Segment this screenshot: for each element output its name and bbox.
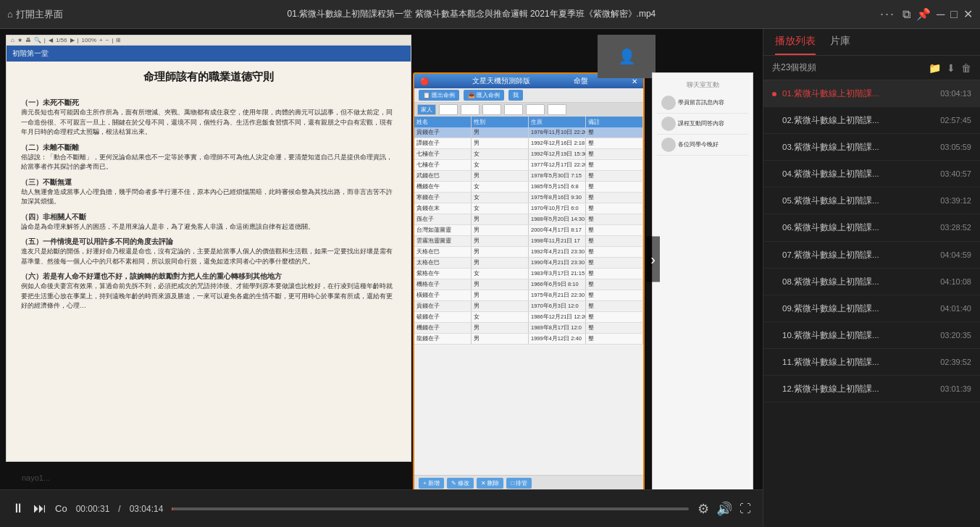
table-row[interactable]: 貢錢在子男1978年11月10日 22:20整 [414, 127, 643, 138]
table-row[interactable]: 龍錢在子男1999年4月12日 2:40整 [414, 334, 643, 345]
playlist-item-title: 10.紫微斗數線上初階課... [782, 329, 934, 341]
astro-filter-row: 家人 親友 同學 同事 客戶 名人 其他 [414, 103, 643, 117]
maximize-icon[interactable]: □ [950, 8, 958, 21]
next-frame-button[interactable]: ⏭ [33, 501, 46, 516]
astro-tab-import[interactable]: 📥 匯入命例 [464, 90, 504, 101]
toolbar-page: 1/56 [56, 37, 67, 43]
toolbar-icon-star[interactable]: ★ [17, 37, 22, 43]
folder-icon[interactable]: 📁 [929, 62, 941, 74]
playlist-item[interactable]: 03.紫微斗數線上初階課...03:05:59 [763, 134, 980, 161]
video-controls: ⏸ ⏭ Co 00:00:31 / 03:04:14 ⚙ 🔊 ⛶ [0, 489, 763, 527]
btn-edit[interactable]: ✎ 修改 [447, 478, 474, 489]
table-row[interactable]: 機錢在午女1985年5月15日 6:8整 [414, 182, 643, 193]
video-screen[interactable]: ⌂ ★ 🖶 🔍 | ◀ 1/56 ▶ | 100% + − | ⊞ 初階第一堂 [0, 29, 763, 489]
btn-add[interactable]: + 新增 [419, 478, 444, 489]
table-row[interactable]: 貢錢在子男1970年6月3日 12:0整 [414, 301, 643, 312]
progress-bar[interactable] [172, 507, 689, 510]
astro-table-body[interactable]: 貢錢在子男1978年11月10日 22:20整 譚錢在子男1992年12月16日… [414, 127, 643, 446]
playlist-item[interactable]: 06.紫微斗數線上初階課...03:28:52 [763, 214, 980, 241]
filter-classmates[interactable]: 同學 [461, 104, 479, 115]
playlist-item[interactable]: 01.紫微斗數線上初階課...03:04:13 [763, 80, 980, 107]
playlist-item[interactable]: 02.紫微斗數線上初階課...02:57:45 [763, 107, 980, 134]
slide-section-body-4: 論命是為命理來解答人的困惑，不是用來論人是非，為了避免客人非議，命這術應該自律有… [21, 222, 396, 232]
playlist-item[interactable]: 11.紫微斗數線上初階課...02:39:52 [763, 349, 980, 376]
toolbar-icon-home[interactable]: ⌂ [11, 37, 14, 43]
sidebar: 播放列表 片庫 共23個視頻 📁 ⬇ 🗑 01.紫微斗數線上初階課...03:0… [763, 29, 980, 527]
astro-tabs[interactable]: 📋 匯出命例 📥 匯入命例 我 [414, 88, 643, 103]
pip-icon[interactable]: ⧉ [902, 8, 910, 21]
astro-app-title: 文星天機預測師版 [472, 76, 530, 86]
minimize-icon[interactable]: ─ [937, 8, 945, 21]
toolbar-fit[interactable]: ⊞ [116, 37, 121, 43]
table-row[interactable]: 七極在子女1992年12月19日 15:30整 [414, 149, 643, 160]
filter-celebrities[interactable]: 名人 [526, 104, 545, 115]
col-birthdate: 生辰 [529, 117, 586, 127]
toolbar-divider3: | [112, 37, 113, 43]
table-row[interactable]: 孫在子男1988年5月20日 14:30整 [414, 214, 643, 225]
toolbar-icon-search[interactable]: 🔍 [34, 37, 41, 43]
delete-icon[interactable]: 🗑 [961, 62, 971, 74]
cc-button[interactable]: Co [55, 503, 67, 514]
playlist-item[interactable]: 08.紫微斗數線上初階課...04:10:08 [763, 269, 980, 295]
slide-section-1: （一）未死不斷死 壽元長短也有可能因命主所作所為，面有所增減、夾戰、萬物都有成住… [21, 97, 396, 138]
toolbar-nav-next[interactable]: ▶ [70, 37, 75, 43]
table-row[interactable]: 寒錢在子女1975年8月16日 9:30整 [414, 193, 643, 203]
toolbar-nav-prev[interactable]: ◀ [49, 37, 53, 43]
playlist-item[interactable]: 07.紫微斗數線上初階課...04:04:59 [763, 242, 980, 269]
table-row[interactable]: 譚錢在子男1992年12月16日 2:18整 [414, 138, 643, 149]
table-row[interactable]: 破錢在子女1986年12月21日 12:20整 [414, 312, 643, 323]
window-controls: ⧉ 📌 ─ □ ✕ [902, 7, 973, 21]
filter-colleagues[interactable]: 同事 [482, 104, 501, 115]
slide-main-title: 命理師該有的職業道德守則 [7, 62, 411, 88]
filter-family[interactable]: 家人 [417, 104, 436, 115]
playlist-item[interactable]: 10.紫微斗數線上初階課...03:20:35 [763, 322, 980, 349]
playlist-item[interactable]: 04.紫微斗數線上初階課...03:40:57 [763, 161, 980, 187]
table-row[interactable]: 雲霧泡靈圖靈男1998年11月21日 17整 [414, 236, 643, 247]
table-row[interactable]: 橫錢在子男1975年8月21日 22:30整 [414, 290, 643, 301]
playlist-item-duration: 03:05:59 [940, 141, 971, 151]
table-row[interactable]: 天格在巳男1992年4月21日 23:30整 [414, 247, 643, 258]
close-icon[interactable]: ✕ [963, 7, 973, 21]
table-row[interactable]: 七極在子女1977年12月17日 22:20整 [414, 160, 643, 171]
toolbar-divider2: | [78, 37, 79, 43]
nav-next-arrow[interactable]: › [646, 237, 660, 282]
astro-app-close[interactable]: ✕ [632, 77, 637, 85]
active-indicator [772, 92, 776, 96]
table-row[interactable]: 機格在子男1966年6月9日 8:10整 [414, 279, 643, 290]
settings-icon[interactable]: ⚙ [698, 501, 709, 517]
toolbar-zoom-out[interactable]: − [106, 37, 109, 43]
astrology-app-overlay[interactable]: 🔴 文星天機預測師版 命盤 ✕ 📋 匯出命例 📥 匯入命例 我 家人 親友 同學… [413, 72, 645, 489]
playlist-item-title: 11.紫微斗數線上初階課... [782, 356, 934, 368]
pin-icon[interactable]: 📌 [916, 7, 931, 21]
tab-library[interactable]: 片庫 [830, 35, 850, 55]
fullscreen-icon[interactable]: ⛶ [740, 502, 751, 515]
filter-clients[interactable]: 客戶 [504, 104, 523, 115]
table-row[interactable]: 太格在巳男1990年4月21日 23:30整 [414, 258, 643, 269]
astro-tab-enter-chart[interactable]: 📋 匯出命例 [419, 90, 459, 101]
table-row[interactable]: 機錢在子男1989年8月17日 12:0整 [414, 323, 643, 334]
btn-delete[interactable]: ✕ 刪除 [477, 478, 503, 489]
playlist-item[interactable]: 12.紫微斗數線上初階課...03:01:39 [763, 376, 980, 402]
playlist-item[interactable]: 05.紫微斗數線上初階課...03:39:12 [763, 187, 980, 214]
filter-others[interactable]: 其他 [548, 104, 566, 115]
table-row[interactable]: 紫格在午女1983年3月17日 21:15整 [414, 269, 643, 279]
table-row[interactable]: 貪錢在末女1970年10月7日 6:0整 [414, 203, 643, 214]
toolbar-icon-print[interactable]: 🖶 [25, 37, 31, 43]
btn-manage[interactable]: □ 排管 [506, 478, 532, 489]
toolbar-zoom-in[interactable]: + [99, 37, 103, 43]
playlist-item[interactable]: 09.紫微斗數線上初階課...04:01:40 [763, 295, 980, 322]
more-options-button[interactable]: ··· [880, 7, 895, 22]
import-icon[interactable]: ⬇ [947, 62, 955, 74]
watermark: nayo1... [22, 473, 50, 482]
col-note: 備註 [586, 117, 643, 127]
playlist-item-title: 01.紫微斗數線上初階課... [782, 88, 934, 99]
home-button[interactable]: ⌂ 打開主界面 [7, 8, 63, 21]
play-pause-button[interactable]: ⏸ [12, 501, 25, 516]
table-row[interactable]: 武錢在巳男1978年5月30日 7:15整 [414, 171, 643, 182]
volume-icon[interactable]: 🔊 [716, 501, 732, 517]
table-row[interactable]: 台灣如蓮圖靈男2000年4月17日 8:17整 [414, 225, 643, 236]
filter-friends[interactable]: 親友 [439, 104, 458, 115]
astro-tab-me[interactable]: 我 [508, 90, 523, 101]
video-title: 01.紫微斗數線上初階課程第一堂 紫微斗數基本觀念與推命邏輯 2021年夏季班《… [70, 8, 873, 20]
tab-playlist[interactable]: 播放列表 [775, 35, 816, 55]
